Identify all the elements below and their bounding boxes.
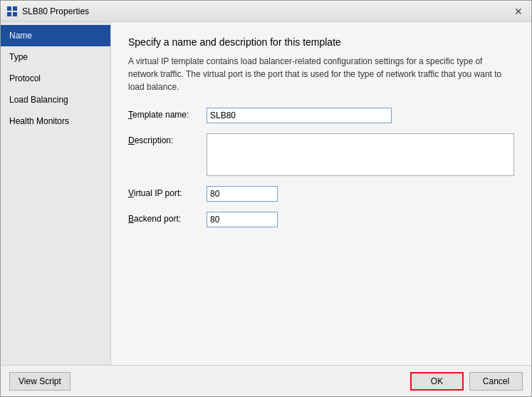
sidebar-item-health-monitors[interactable]: Health Monitors: [1, 110, 110, 132]
description-label: Description:: [128, 133, 207, 145]
sidebar: Name Type Protocol Load Balancing Health…: [1, 22, 111, 365]
content-area: Specify a name and description for this …: [111, 22, 531, 365]
svg-rect-2: [7, 12, 11, 16]
sidebar-item-type[interactable]: Type: [1, 46, 110, 68]
title-bar-left: SLB80 Properties: [6, 6, 89, 17]
template-name-input[interactable]: [207, 108, 392, 123]
content-title: Specify a name and description for this …: [128, 36, 514, 48]
window-icon: [6, 6, 18, 17]
backend-port-input[interactable]: [207, 212, 278, 227]
sidebar-item-load-balancing[interactable]: Load Balancing: [1, 89, 110, 110]
virtual-ip-port-row: Virtual IP port:: [128, 186, 514, 202]
svg-rect-3: [13, 12, 17, 16]
title-bar: SLB80 Properties ✕: [1, 1, 531, 22]
bottom-bar: View Script OK Cancel: [1, 365, 531, 396]
view-script-button[interactable]: View Script: [9, 372, 71, 391]
backend-port-row: Backend port:: [128, 212, 514, 227]
template-name-row: Template name:: [128, 108, 514, 123]
virtual-ip-port-input[interactable]: [207, 186, 278, 202]
sidebar-item-protocol[interactable]: Protocol: [1, 68, 110, 89]
sidebar-item-name[interactable]: Name: [1, 25, 110, 46]
main-content: Name Type Protocol Load Balancing Health…: [1, 22, 531, 365]
dialog-window: SLB80 Properties ✕ Name Type Protocol Lo…: [0, 0, 532, 397]
cancel-button[interactable]: Cancel: [469, 372, 523, 391]
virtual-ip-port-label: Virtual IP port:: [128, 186, 207, 198]
svg-rect-0: [7, 6, 11, 11]
description-row: Description:: [128, 133, 514, 176]
ok-button[interactable]: OK: [410, 372, 464, 391]
description-input[interactable]: [207, 133, 514, 176]
window-title: SLB80 Properties: [22, 6, 89, 16]
bottom-right-buttons: OK Cancel: [410, 372, 523, 391]
backend-port-label: Backend port:: [128, 212, 207, 224]
close-button[interactable]: ✕: [511, 4, 526, 19]
svg-rect-1: [13, 6, 17, 11]
template-name-label: Template name:: [128, 108, 207, 120]
content-description: A virtual IP template contains load bala…: [128, 55, 514, 93]
